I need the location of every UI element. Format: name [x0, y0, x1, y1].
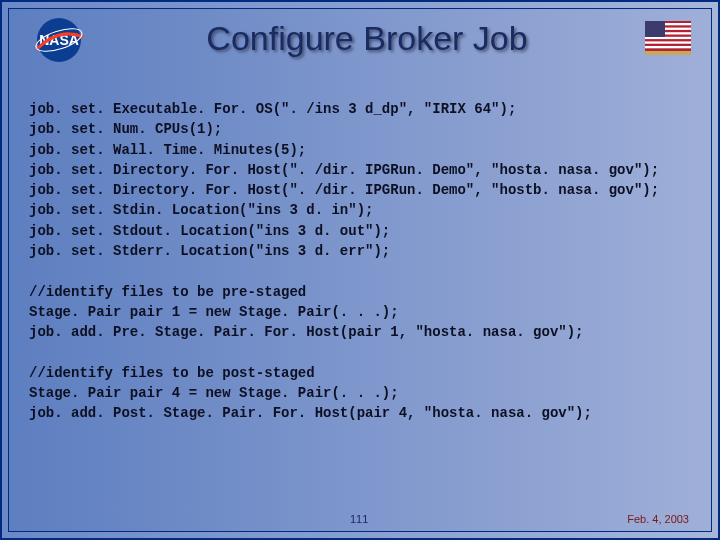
code-block: job. set. Executable. For. OS(". /ins 3 …: [29, 99, 691, 424]
nasa-logo-icon: NASA: [29, 15, 89, 69]
footer-date: Feb. 4, 2003: [627, 513, 689, 525]
slide-frame: NASA Configure Broker Job: [0, 0, 720, 540]
svg-rect-10: [645, 21, 665, 37]
header-row: NASA Configure Broker Job: [29, 17, 691, 87]
footer: 111 Feb. 4, 2003: [9, 513, 711, 525]
page-number: 111: [91, 513, 627, 525]
svg-rect-9: [645, 46, 691, 48]
slide-inner: NASA Configure Broker Job: [8, 8, 712, 532]
svg-rect-11: [645, 51, 691, 55]
us-flag-icon: [645, 21, 691, 59]
svg-rect-8: [645, 41, 691, 43]
svg-rect-7: [645, 37, 691, 39]
slide-title: Configure Broker Job: [89, 19, 645, 58]
